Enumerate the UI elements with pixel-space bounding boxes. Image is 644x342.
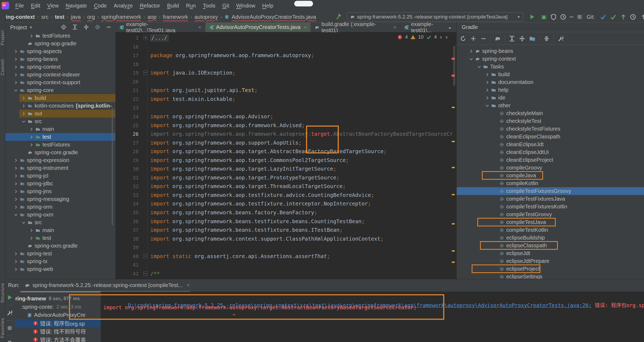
gradle-task-checkstyleTestFixtures[interactable]: checkstyleTestFixtures (493, 125, 644, 133)
gradle-task-cleanEclipseJdt[interactable]: cleanEclipseJdt (493, 141, 644, 148)
fold-marker-icon[interactable]: − (143, 271, 148, 276)
project-item-spring-core.gradle[interactable]: spring-core.gradle (21, 149, 115, 156)
code-editor[interactable]: 1+/.../1617package org.springframework.a… (115, 32, 456, 279)
run-configuration-select[interactable]: spring-framework-5.2.25.-release:spring-… (347, 12, 523, 21)
run-tree-item[interactable]: JAdvisorAutoProxyCre (27, 311, 101, 319)
expand-all-icon[interactable] (72, 24, 78, 31)
group-icon[interactable] (529, 35, 536, 42)
project-item-testFixtures[interactable]: testFixtures (29, 141, 115, 149)
gradle-task-checkstyleMain[interactable]: checkstyleMain (493, 109, 644, 117)
project-item-spring-context-support[interactable]: spring-context-support (13, 79, 115, 86)
git-history-icon[interactable] (629, 13, 637, 21)
project-item-main[interactable]: main (29, 226, 115, 234)
gradle-task-eclipseClasspath[interactable]: eclipseClasspath (493, 242, 644, 249)
gradle-task-eclipseBuildship[interactable]: eclipseBuildship (493, 234, 644, 242)
project-panel-title[interactable]: Project (10, 24, 27, 31)
run-console[interactable]: D:\code\spring-framework-5.2.25.-release… (101, 292, 644, 342)
profiler-icon[interactable] (559, 13, 567, 21)
cut-arrow-icon[interactable] (640, 13, 644, 21)
wrench-icon[interactable] (558, 35, 564, 42)
gradle-task-help[interactable]: help (485, 86, 644, 94)
eye-icon[interactable] (6, 340, 13, 342)
menu-file[interactable]: File (12, 2, 27, 10)
strip-project-label[interactable]: Project (0, 30, 5, 45)
inspections-widget[interactable]: ! 4 10 4 ∧ ∨ (397, 34, 448, 40)
project-item-spring-aspects[interactable]: spring-aspects (13, 47, 115, 55)
gradle-task-compileTestFixturesGroovy[interactable]: compileTestFixturesGroovy (457, 187, 644, 195)
gradle-task-eclipseJdtPrepare[interactable]: eclipseJdtPrepare (493, 257, 644, 265)
project-item-build[interactable]: build (19, 94, 115, 102)
menu-view[interactable]: View (44, 2, 62, 10)
project-item-spring-orm[interactable]: spring-orm (13, 203, 115, 211)
menu-edit[interactable]: Edit (27, 2, 43, 10)
project-item-spring-oxm[interactable]: spring-oxm (13, 211, 115, 219)
breadcrumb-item[interactable]: pring-context (1, 14, 35, 20)
project-item-spring-context[interactable]: spring-context (13, 63, 115, 71)
project-item-src[interactable]: src (21, 117, 115, 125)
breadcrumb-item[interactable]: java (71, 14, 81, 20)
project-item-spring-expression[interactable]: spring-expression (13, 156, 115, 164)
gradle-task-checkstyleTest[interactable]: checkstyleTest (493, 117, 644, 125)
project-item-spring-web[interactable]: spring-web (13, 265, 115, 273)
project-item-test[interactable]: test (5, 133, 115, 141)
close-icon[interactable]: × (304, 24, 307, 30)
project-item-spring-beans[interactable]: spring-beans (13, 55, 115, 63)
project-item-kotlin-coroutines[interactable]: kotlin-coroutines[spring.kotlin- (21, 102, 115, 110)
close-icon[interactable]: × (198, 24, 201, 30)
breadcrumb-item[interactable]: autoproxy (194, 14, 218, 20)
editor-tab[interactable]: build.gradle (:example-test01)× (311, 23, 401, 32)
gradle-task-spring-beans[interactable]: spring-beans (469, 47, 644, 55)
wrench-icon[interactable] (6, 310, 13, 316)
project-item-spring-jdbc[interactable]: spring-jdbc (13, 180, 115, 187)
git-push-icon[interactable] (620, 13, 627, 21)
run-tree-item[interactable]: ring-framew8 sec, 877 ms (15, 295, 101, 303)
menu-refactor[interactable]: Refactor (136, 2, 164, 10)
gradle-task-spring-context[interactable]: spring-context (469, 55, 644, 63)
project-item-main[interactable]: main (29, 125, 115, 133)
collapse-all-icon[interactable] (519, 35, 525, 42)
gradle-task-cleanEclipseClasspath[interactable]: cleanEclipseClasspath (493, 133, 644, 141)
gradle-task-eclipseSettings[interactable]: eclipseSettings (493, 273, 644, 279)
collapse-all-icon[interactable] (83, 24, 90, 31)
breadcrumb-item[interactable]: springframework (101, 14, 141, 20)
project-item-spring-messaging[interactable]: spring-messaging (13, 195, 115, 203)
menu-code[interactable]: Code (90, 2, 110, 10)
menu-navigate[interactable]: Navigate (62, 2, 90, 10)
minus-icon[interactable] (480, 35, 487, 42)
expand-all-icon[interactable] (509, 35, 515, 42)
gradle-task-compileTestJava[interactable]: compileTestJava (493, 218, 644, 226)
gradle-task-Tasks[interactable]: Tasks (477, 63, 644, 71)
project-item-src[interactable]: src (21, 219, 115, 226)
project-item-spring-oxm.gradle[interactable]: spring-oxm.gradle (21, 242, 115, 250)
run-tab[interactable]: spring-framework-5.2.25.-release:spring-… (25, 282, 190, 288)
stop2-icon[interactable] (6, 325, 13, 331)
coverage-icon[interactable] (550, 13, 557, 21)
menu-tools[interactable]: Tools (199, 2, 219, 10)
gradle-task-cleanEclipseJdtUi[interactable]: cleanEclipseJdtUi (493, 148, 644, 156)
breadcrumb-item[interactable]: test (55, 14, 64, 20)
breadcrumb-item[interactable]: AdvisorAutoProxyCreatorTests.java (232, 14, 316, 20)
project-item-spring-context-indexer[interactable]: spring-context-indexer (13, 71, 115, 79)
split-icon[interactable] (543, 35, 550, 42)
plus-icon[interactable] (470, 35, 476, 42)
debug-icon[interactable] (540, 13, 548, 21)
breadcrumb-item[interactable]: src (41, 14, 49, 20)
more-icon[interactable] (568, 13, 575, 21)
refresh-icon[interactable] (460, 35, 466, 42)
rerun-icon[interactable] (6, 294, 13, 301)
strip-commit-label[interactable]: Commit (0, 59, 5, 75)
project-item-out[interactable]: out (19, 110, 115, 117)
strip-structure-label[interactable]: Structure (0, 283, 5, 303)
editor-scrollbar[interactable] (453, 46, 455, 86)
elephant-icon[interactable] (494, 35, 501, 42)
project-item-test[interactable]: test (29, 234, 115, 242)
run-tree-item[interactable]: 错误: 找不到符号符 (33, 327, 101, 336)
project-item-spring-jcl[interactable]: spring-jcl (13, 172, 115, 180)
build-hammer-icon[interactable] (335, 13, 343, 21)
editor-tab[interactable]: CAdvisorAutoProxyCreatorTests.java× (205, 23, 311, 32)
menu-build[interactable]: Build (163, 2, 182, 10)
fold-marker-icon[interactable]: − (143, 71, 148, 75)
menu-git[interactable]: Git (219, 2, 233, 10)
menu-analyze[interactable]: Analyze (110, 2, 136, 10)
gradle-task-build[interactable]: build (485, 71, 644, 78)
